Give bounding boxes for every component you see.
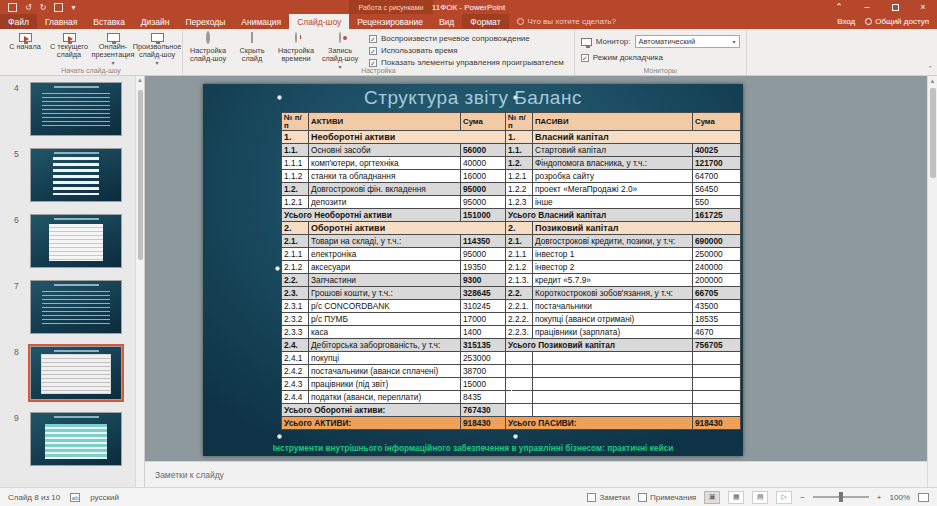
empty-cell[interactable]: [533, 404, 693, 417]
table-cell[interactable]: Товари на складі, у т.ч.:: [309, 235, 461, 248]
table-cell[interactable]: 2.1.: [282, 235, 309, 248]
slide-thumbnail-9[interactable]: 9: [0, 412, 144, 466]
table-cell[interactable]: 151000: [461, 209, 506, 222]
empty-cell[interactable]: [533, 391, 693, 404]
table-cell[interactable]: 2.2.2.: [506, 313, 533, 326]
table-cell[interactable]: Усього АКТИВИ:: [282, 417, 461, 430]
table-cell[interactable]: р/с CONCORDBANK: [309, 300, 461, 313]
reading-view-button[interactable]: ▤: [752, 491, 768, 504]
table-cell[interactable]: 2.1.2: [282, 261, 309, 274]
table-cell[interactable]: Фіндопомога власника, у т.ч.:: [533, 157, 693, 170]
table-cell[interactable]: 56000: [461, 144, 506, 157]
empty-cell[interactable]: [506, 391, 533, 404]
table-cell[interactable]: 2.: [282, 222, 309, 235]
qat-customize-icon[interactable]: ▾: [71, 3, 75, 12]
table-cell[interactable]: Короткострокові зобов'язання, у т.ч:: [533, 287, 693, 300]
slideshow-view-button[interactable]: ▷: [776, 491, 792, 504]
tab-вставка[interactable]: Вставка: [85, 14, 133, 29]
table-cell[interactable]: 56450: [693, 183, 741, 196]
share-button[interactable]: Общий доступ: [865, 17, 929, 26]
table-cell[interactable]: Стартовий капітал: [533, 144, 693, 157]
table-cell[interactable]: 40000: [461, 157, 506, 170]
presenter-view-checkbox[interactable]: ✓ Режим докладчика: [579, 50, 742, 65]
table-cell[interactable]: 161725: [693, 209, 741, 222]
selection-handle[interactable]: [513, 434, 518, 439]
table-cell[interactable]: 918430: [461, 417, 506, 430]
table-cell[interactable]: розробка сайту: [533, 170, 693, 183]
from-current-slide-button[interactable]: С текущего слайда: [48, 31, 90, 58]
table-cell[interactable]: 2.3.2: [282, 313, 309, 326]
empty-cell[interactable]: [693, 378, 741, 391]
table-cell[interactable]: Запчастини: [309, 274, 461, 287]
fit-to-window-icon[interactable]: [918, 493, 929, 502]
slide-thumbnail-4[interactable]: 4: [0, 82, 144, 136]
table-cell[interactable]: Усього ПАСИВИ:: [506, 417, 693, 430]
col-header-num-left[interactable]: № п/п: [282, 113, 309, 131]
present-online-button[interactable]: Онлайн-презентация ▾: [92, 31, 134, 66]
thumbnail-scrollbar[interactable]: ▲: [135, 76, 144, 487]
slide-footer-text[interactable]: Інструменти внутрішнього інформаційного …: [203, 443, 743, 453]
table-cell[interactable]: 17000: [461, 313, 506, 326]
table-cell[interactable]: депозити: [309, 196, 461, 209]
table-cell[interactable]: 64700: [693, 170, 741, 183]
tab-файл[interactable]: Файл: [0, 14, 37, 29]
table-cell[interactable]: 2.: [506, 222, 533, 235]
selection-handle[interactable]: [277, 434, 282, 439]
table-cell[interactable]: 1.: [506, 131, 533, 144]
table-cell[interactable]: 121700: [693, 157, 741, 170]
table-cell[interactable]: 250000: [693, 248, 741, 261]
slide-thumbnail-7[interactable]: 7: [0, 280, 144, 334]
use-timings-checkbox[interactable]: ✓ Использовать время: [369, 46, 564, 55]
table-cell[interactable]: Позиковий капітал: [533, 222, 741, 235]
table-cell[interactable]: 767430: [461, 404, 506, 417]
table-cell[interactable]: 2.3.1: [282, 300, 309, 313]
zoom-level[interactable]: 100%: [890, 493, 910, 502]
notes-pane[interactable]: Заметки к слайду: [145, 461, 927, 487]
slide-counter[interactable]: Слайд 8 из 10: [8, 493, 60, 502]
col-header-assets[interactable]: АКТИВИ: [309, 113, 461, 131]
table-cell[interactable]: 2.1.1: [282, 248, 309, 261]
table-cell[interactable]: 9300: [461, 274, 506, 287]
record-slideshow-button[interactable]: Запись слайд-шоу ▾: [319, 31, 361, 70]
table-cell[interactable]: 114350: [461, 235, 506, 248]
show-media-controls-checkbox[interactable]: ✓ Показать элементы управления проигрыва…: [369, 58, 564, 67]
tab-слайд-шоу[interactable]: Слайд-шоу: [289, 14, 349, 29]
minimize-button[interactable]: –: [853, 0, 881, 14]
slide-title[interactable]: Структура звіту Баланс: [203, 87, 743, 109]
thumbnail-image[interactable]: [30, 214, 122, 268]
scroll-up-icon[interactable]: ▲: [928, 76, 937, 86]
table-cell[interactable]: каса: [309, 326, 461, 339]
table-cell[interactable]: 310245: [461, 300, 506, 313]
comments-toggle-button[interactable]: Примечания: [638, 493, 696, 502]
slide-thumbnail-6[interactable]: 6: [0, 214, 144, 268]
table-cell[interactable]: 2.1.2: [506, 261, 533, 274]
table-cell[interactable]: 18535: [693, 313, 741, 326]
table-cell[interactable]: 240000: [693, 261, 741, 274]
table-cell[interactable]: 200000: [693, 274, 741, 287]
thumbnail-image[interactable]: [30, 148, 122, 202]
table-cell[interactable]: проект «МегаПродажі 2.0»: [533, 183, 693, 196]
table-cell[interactable]: 2.1.3.: [506, 274, 533, 287]
table-cell[interactable]: 2.1.: [506, 235, 533, 248]
table-cell[interactable]: 2.2.1.: [506, 300, 533, 313]
zoom-slider-thumb[interactable]: [839, 492, 843, 502]
from-beginning-button[interactable]: С начала: [4, 31, 46, 51]
table-cell[interactable]: 95000: [461, 196, 506, 209]
table-cell[interactable]: 756705: [693, 339, 741, 352]
table-cell[interactable]: 1.2.3: [506, 196, 533, 209]
tab-анимация[interactable]: Анимация: [233, 14, 289, 29]
tab-формат[interactable]: Формат: [462, 14, 508, 29]
table-cell[interactable]: 66705: [693, 287, 741, 300]
table-cell[interactable]: 918430: [693, 417, 741, 430]
empty-cell[interactable]: [506, 365, 533, 378]
table-cell[interactable]: 1.1.: [506, 144, 533, 157]
table-cell[interactable]: 2.2.: [506, 287, 533, 300]
save-icon[interactable]: [8, 3, 17, 12]
ribbon-display-options-button[interactable]: ⌃: [825, 0, 853, 14]
table-cell[interactable]: 2.3.3: [282, 326, 309, 339]
empty-cell[interactable]: [693, 404, 741, 417]
empty-cell[interactable]: [506, 378, 533, 391]
table-cell[interactable]: аксесуари: [309, 261, 461, 274]
col-header-sum-left[interactable]: Сума: [461, 113, 506, 131]
empty-cell[interactable]: [506, 352, 533, 365]
